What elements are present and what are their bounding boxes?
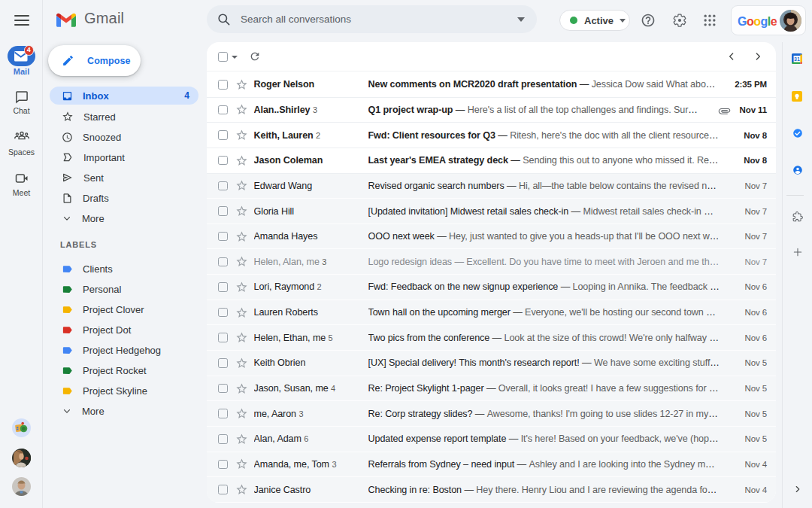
svg-text:31: 31	[794, 56, 800, 62]
